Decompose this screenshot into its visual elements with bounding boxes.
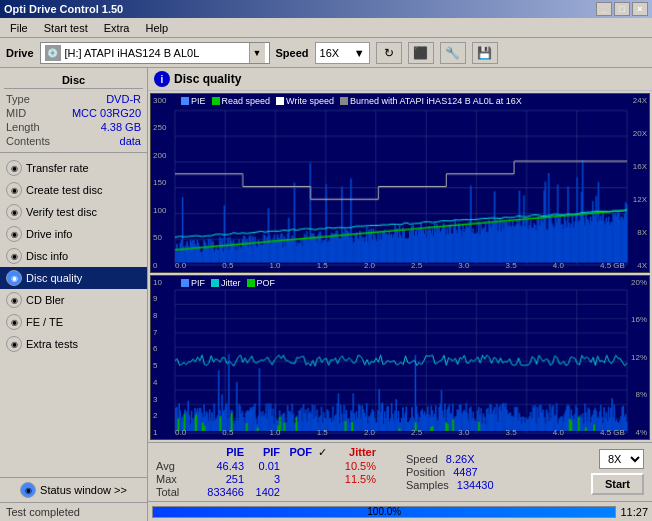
create-test-disc-icon: ◉ <box>6 182 22 198</box>
extra-tests-icon: ◉ <box>6 336 22 352</box>
disc-mid-value: MCC 03RG20 <box>72 107 141 119</box>
close-button[interactable]: × <box>632 2 648 16</box>
sidebar-item-disc-quality[interactable]: ◉ Disc quality <box>0 267 147 289</box>
drive-info-label: Drive info <box>26 228 72 240</box>
max-pof <box>280 473 312 485</box>
legend-pie-label: PIE <box>191 96 206 106</box>
sidebar-item-fe-te[interactable]: ◉ FE / TE <box>0 311 147 333</box>
avg-pif: 0.01 <box>244 460 280 472</box>
create-test-disc-label: Create test disc <box>26 184 102 196</box>
total-jitter <box>332 486 376 498</box>
drive-info-icon: ◉ <box>6 226 22 242</box>
chart2-yaxis-left: 10 9 8 7 6 5 4 3 2 1 <box>153 276 162 439</box>
chart1-legend: PIE Read speed Write speed Burned with A… <box>181 96 522 106</box>
max-pie: 251 <box>192 473 244 485</box>
speed-position-stats: Speed 8.26X Position 4487 Samples 134430 <box>406 453 494 491</box>
pie-chart: PIE Read speed Write speed Burned with A… <box>150 93 650 273</box>
samples-label: Samples <box>406 479 449 491</box>
disc-type-label: Type <box>6 93 30 105</box>
samples-value: 134430 <box>457 479 494 491</box>
chart1-yaxis-left: 300 250 200 150 100 50 0 <box>153 94 166 272</box>
refresh-button[interactable]: ↻ <box>376 42 402 64</box>
menu-help[interactable]: Help <box>139 20 174 36</box>
status-window-icon: ◉ <box>20 482 36 498</box>
legend-pif-label: PIF <box>191 278 205 288</box>
maximize-button[interactable]: □ <box>614 2 630 16</box>
disc-type-row: Type DVD-R <box>4 92 143 106</box>
legend-jitter-dot <box>211 279 219 287</box>
disc-quality-header-icon: i <box>154 71 170 87</box>
disc-quality-header: i Disc quality <box>148 68 652 91</box>
disc-type-value: DVD-R <box>106 93 141 105</box>
stat-header-pie: PIE <box>192 446 244 459</box>
settings-button[interactable]: 🔧 <box>440 42 466 64</box>
bottombar: 100.0% 11:27 <box>148 501 652 521</box>
speed-select-control[interactable]: 8X 4X 12X 16X <box>599 449 644 469</box>
disc-quality-label: Disc quality <box>26 272 82 284</box>
cd-bler-label: CD Bler <box>26 294 65 306</box>
sidebar-item-extra-tests[interactable]: ◉ Extra tests <box>0 333 147 355</box>
max-pif: 3 <box>244 473 280 485</box>
fe-te-label: FE / TE <box>26 316 63 328</box>
status-window-button[interactable]: ◉ Status window >> <box>0 478 147 503</box>
max-label: Max <box>156 473 192 485</box>
chart2-yaxis-right: 20% 16% 12% 8% 4% <box>631 276 647 439</box>
legend-writespeed-label: Write speed <box>286 96 334 106</box>
sidebar-item-verify-test-disc[interactable]: ◉ Verify test disc <box>0 201 147 223</box>
stats-bar: PIE PIF POF ✓ Jitter Avg 46.43 0.01 10.5… <box>148 442 652 501</box>
stat-header-check: ✓ <box>312 446 332 459</box>
sidebar-bottom: ◉ Status window >> Test completed <box>0 477 147 521</box>
sidebar-item-cd-bler[interactable]: ◉ CD Bler <box>0 289 147 311</box>
legend-writespeed-dot <box>276 97 284 105</box>
disc-mid-row: MID MCC 03RG20 <box>4 106 143 120</box>
sidebar-item-disc-info[interactable]: ◉ Disc info <box>0 245 147 267</box>
time-display: 11:27 <box>620 506 648 518</box>
progress-text: 100.0% <box>153 507 615 517</box>
drive-dropdown-arrow[interactable]: ▼ <box>249 43 265 63</box>
speed-value: 16X <box>320 47 340 59</box>
avg-pie: 46.43 <box>192 460 244 472</box>
speed-label: Speed <box>276 47 309 59</box>
avg-label: Avg <box>156 460 192 472</box>
chart2-xaxis: 0.0 0.5 1.0 1.5 2.0 2.5 3.0 3.5 4.0 4.5 … <box>175 428 625 437</box>
titlebar: Opti Drive Control 1.50 _ □ × <box>0 0 652 18</box>
legend-burned: Burned with ATAPI iHAS124 B AL0L at 16X <box>340 96 522 106</box>
content-area: i Disc quality PIE Read speed <box>148 68 652 521</box>
disc-quality-icon: ◉ <box>6 270 22 286</box>
speed-selector[interactable]: 16X ▼ <box>315 42 370 64</box>
speed-stat-value: 8.26X <box>446 453 475 465</box>
stat-header-pof: POF <box>280 446 312 459</box>
menu-file[interactable]: File <box>4 20 34 36</box>
sidebar-item-transfer-rate[interactable]: ◉ Transfer rate <box>0 157 147 179</box>
disc-info-icon: ◉ <box>6 248 22 264</box>
cd-bler-icon: ◉ <box>6 292 22 308</box>
max-jitter: 11.5% <box>332 473 376 485</box>
legend-pof-dot <box>247 279 255 287</box>
sidebar-item-drive-info[interactable]: ◉ Drive info <box>0 223 147 245</box>
speed-dropdown-arrow[interactable]: ▼ <box>354 47 365 59</box>
stat-header-jitter: Jitter <box>332 446 376 459</box>
disc-mid-label: MID <box>6 107 26 119</box>
total-label: Total <box>156 486 192 498</box>
test-completed-text: Test completed <box>0 503 147 521</box>
disc-info-label: Disc info <box>26 250 68 262</box>
titlebar-title: Opti Drive Control 1.50 <box>4 3 123 15</box>
pif-chart: PIF Jitter POF 10 9 8 7 <box>150 275 650 440</box>
speed-start-controls: 8X 4X 12X 16X Start <box>591 449 644 495</box>
legend-pie-dot <box>181 97 189 105</box>
chart1-canvas <box>151 94 649 272</box>
minimize-button[interactable]: _ <box>596 2 612 16</box>
drive-selector[interactable]: 💿 [H:] ATAPI iHAS124 B AL0L ▼ <box>40 42 270 64</box>
start-button[interactable]: Start <box>591 473 644 495</box>
sidebar-item-create-test-disc[interactable]: ◉ Create test disc <box>0 179 147 201</box>
disc-length-label: Length <box>6 121 40 133</box>
menu-starttest[interactable]: Start test <box>38 20 94 36</box>
stop-button[interactable]: ⬛ <box>408 42 434 64</box>
legend-pif: PIF <box>181 278 205 288</box>
menu-extra[interactable]: Extra <box>98 20 136 36</box>
transfer-rate-label: Transfer rate <box>26 162 89 174</box>
legend-readspeed: Read speed <box>212 96 271 106</box>
nav-items: ◉ Transfer rate ◉ Create test disc ◉ Ver… <box>0 153 147 359</box>
disc-title: Disc <box>4 72 143 89</box>
save-button[interactable]: 💾 <box>472 42 498 64</box>
